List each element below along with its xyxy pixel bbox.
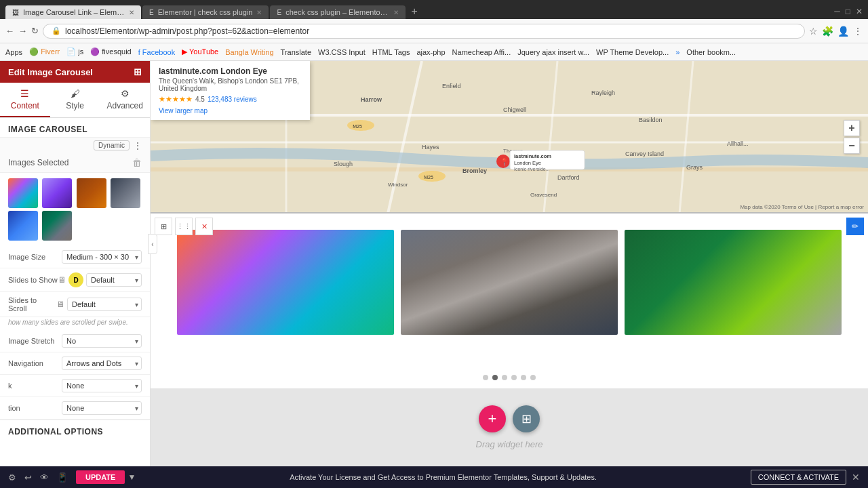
folder-widget-btn[interactable]: ⊞ (513, 405, 540, 432)
wp-theme-bookmark[interactable]: WP Theme Develop... (596, 48, 669, 56)
add-widget-btn[interactable]: + (479, 405, 506, 432)
monitor-icon-1[interactable]: 🖥 (58, 275, 66, 285)
thumb-4[interactable] (111, 178, 140, 208)
bottom-history-icon[interactable]: ↩ (24, 472, 32, 483)
thumb-6[interactable] (42, 211, 72, 241)
translate-bookmark[interactable]: Translate (281, 48, 311, 56)
slides-to-show-default-btn[interactable]: D (68, 272, 83, 287)
url-box[interactable]: 🔒 localhost/Elementor/wp-admin/post.php?… (43, 24, 805, 39)
map-area: M25 M25 Harrow Enfield Chigwell Rayleigh… (151, 61, 868, 214)
tab-2-close[interactable]: ✕ (256, 9, 262, 16)
panel-header: Edit Image Carousel ⊞ (0, 61, 150, 83)
delete-images-btn[interactable]: 🗑 (132, 157, 142, 168)
ajax-php-bookmark[interactable]: ajax-php (416, 48, 445, 56)
tab-2[interactable]: E Elementor | check css plugin ✕ (142, 5, 269, 19)
monitor-icon-2[interactable]: 🖥 (56, 300, 64, 309)
svg-text:Hayes: Hayes (422, 144, 439, 150)
svg-text:Slough: Slough (334, 161, 353, 167)
bottom-bar: ⚙ ↩ 👁 📱 UPDATE ▼ Activate Your License a… (0, 466, 868, 488)
bookmark-star-icon[interactable]: ☆ (809, 26, 818, 37)
svg-text:Grays: Grays (686, 164, 703, 171)
menu-icon[interactable]: ⋮ (853, 26, 863, 37)
dot-2[interactable] (492, 375, 498, 380)
connect-activate-btn[interactable]: CONNECT & ACTIVATE (751, 470, 846, 485)
collapse-panel-btn[interactable]: ‹ (148, 234, 157, 254)
fiverr-bookmark[interactable]: 🟢 Fiverr (29, 47, 60, 56)
link-select[interactable]: None (62, 379, 142, 392)
update-arrow-icon[interactable]: ▼ (127, 472, 136, 482)
slides-to-show-select[interactable]: Default (86, 273, 142, 287)
slides-to-scroll-select-wrapper: Default ▾ (67, 298, 142, 311)
carousel-settings-btn[interactable]: ⋮⋮ (175, 218, 193, 235)
dynamic-menu-icon[interactable]: ⋮ (134, 141, 142, 150)
dot-5[interactable] (521, 375, 526, 380)
tab-advanced[interactable]: ⚙ Advanced (100, 83, 150, 117)
bottom-settings-icon[interactable]: ⚙ (8, 472, 16, 483)
svg-text:Windsor: Windsor (388, 182, 408, 188)
slides-to-show-row: Slides to Show 🖥 D Default ▾ (0, 268, 150, 292)
reload-btn[interactable]: ↻ (31, 26, 39, 36)
slides-to-scroll-select[interactable]: Default (67, 298, 142, 311)
caption-select[interactable]: None (62, 401, 142, 415)
new-tab-btn[interactable]: + (407, 5, 421, 18)
bangla-writing-bookmark[interactable]: Bangla Writing (225, 48, 273, 56)
html-tags-bookmark[interactable]: HTML Tags (372, 48, 410, 56)
dot-1[interactable] (483, 375, 488, 380)
js-bookmark[interactable]: 📄 js (66, 47, 83, 56)
close-window-btn[interactable]: ✕ (856, 7, 863, 16)
dot-3[interactable] (502, 375, 507, 380)
zoom-out-btn[interactable]: − (844, 138, 860, 154)
map-view-larger-btn[interactable]: View larger map (159, 106, 302, 115)
drag-widget-label: Drag widget here (476, 439, 543, 449)
tab-style[interactable]: 🖌 Style (50, 83, 100, 117)
youtube-bookmark[interactable]: ▶ YouTube (182, 47, 218, 56)
image-size-row: Image Size Medium - 300 × 300 ▾ (0, 246, 150, 268)
maximize-btn[interactable]: □ (846, 7, 850, 16)
facebook-bookmark[interactable]: f Facebook (138, 48, 175, 56)
tab-3[interactable]: E check css plugin – Elementor Pro ✕ (270, 5, 406, 19)
zoom-in-btn[interactable]: + (844, 120, 860, 136)
w3css-bookmark[interactable]: W3.CSS Input (318, 48, 366, 56)
jquery-bookmark[interactable]: Jquery ajax insert w... (517, 48, 589, 56)
minimize-btn[interactable]: ─ (834, 7, 840, 16)
namecheap-bookmark[interactable]: Namecheap Affi... (452, 48, 511, 56)
more-bookmarks[interactable]: » (675, 48, 679, 56)
link-row: k None ▾ (0, 375, 150, 397)
thumb-2[interactable] (42, 178, 72, 208)
tab-3-close[interactable]: ✕ (393, 9, 399, 16)
navigation-label: Navigation (8, 359, 62, 367)
close-notification-btn[interactable]: ✕ (852, 472, 860, 483)
thumb-1[interactable] (8, 178, 38, 208)
grid-icon[interactable]: ⊞ (134, 66, 142, 77)
carousel-close-btn[interactable]: ✕ (195, 218, 213, 235)
thumb-3[interactable] (77, 178, 106, 208)
dot-6[interactable] (530, 375, 536, 380)
thumb-5[interactable] (8, 211, 38, 241)
other-bookmarks[interactable]: Other bookm... (686, 48, 736, 56)
back-btn[interactable]: ← (5, 26, 14, 36)
fivesquid-bookmark[interactable]: 🟣 fivesquid (90, 47, 131, 56)
map-address: The Queen's Walk, Bishop's London SE1 7P… (159, 77, 302, 92)
bottom-mobile-icon[interactable]: 📱 (57, 472, 68, 483)
additional-options-title: Additional Options (8, 427, 103, 436)
forward-btn[interactable]: → (18, 26, 27, 36)
dot-4[interactable] (511, 375, 517, 380)
profile-icon[interactable]: 👤 (837, 26, 849, 37)
svg-text:📍: 📍 (500, 157, 509, 167)
update-btn-area: UPDATE ▼ (76, 470, 136, 484)
image-size-select[interactable]: Medium - 300 × 300 (62, 250, 142, 264)
bottom-eye-icon[interactable]: 👁 (40, 472, 49, 483)
apps-bookmark[interactable]: Apps (5, 48, 22, 56)
tab-1-close[interactable]: ✕ (129, 9, 134, 16)
right-area: M25 M25 Harrow Enfield Chigwell Rayleigh… (151, 61, 868, 466)
tab-content[interactable]: ☰ Content (0, 83, 50, 117)
map-info-box: lastminute.com London Eye The Queen's Wa… (151, 61, 310, 120)
tab-1[interactable]: 🖼 Image Carousel Link – Elementor ✕ (5, 5, 141, 19)
extensions-icon[interactable]: 🧩 (822, 26, 833, 37)
carousel-grid-btn[interactable]: ⊞ (155, 218, 172, 235)
update-btn[interactable]: UPDATE (76, 470, 125, 484)
navigation-select[interactable]: Arrows and Dots (62, 357, 142, 370)
dynamic-badge[interactable]: Dynamic (94, 140, 130, 150)
carousel-edit-btn[interactable]: ✏ (846, 218, 864, 235)
image-stretch-select[interactable]: No (62, 334, 142, 348)
